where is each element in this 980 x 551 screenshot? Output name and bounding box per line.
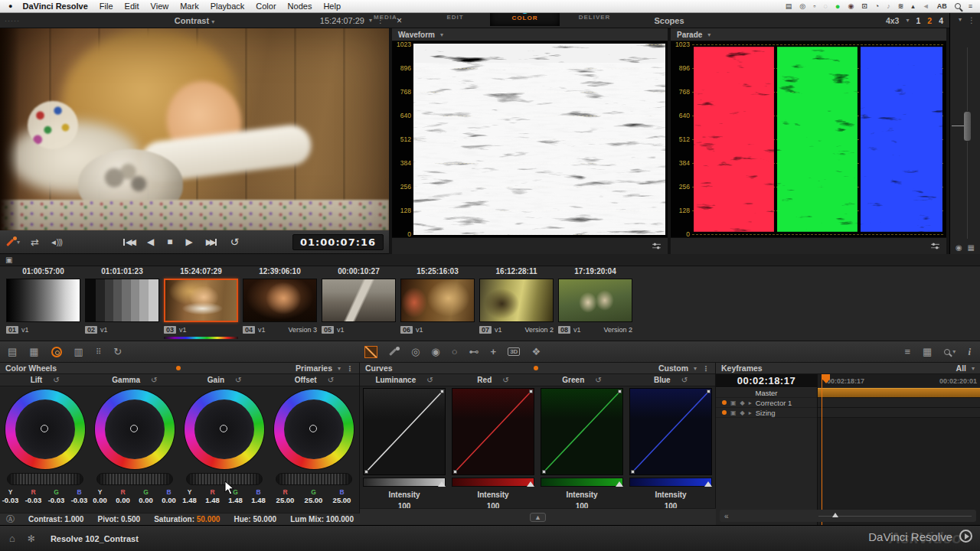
volume-status-icon[interactable]: ◄ xyxy=(923,2,929,10)
sizing-track-bar[interactable] xyxy=(818,408,980,418)
offset-wheel-indicator[interactable] xyxy=(309,425,317,432)
waveform-settings-icon[interactable] xyxy=(652,242,662,250)
grid-view-icon[interactable]: ▦ xyxy=(923,346,932,357)
window-circle-icon[interactable]: ◉ xyxy=(431,346,439,357)
timeline-clip-1[interactable]: 01:00:57:00 01v1 xyxy=(6,267,80,341)
stop-button[interactable]: ■ xyxy=(167,236,172,247)
keyboard-status-icon[interactable]: ▫ xyxy=(813,2,815,10)
stereo-3d-icon[interactable]: ↻ xyxy=(113,346,122,357)
strip-options-icon[interactable]: ⋮ xyxy=(968,16,975,24)
expand-icon[interactable]: ▸ xyxy=(749,409,752,416)
eject-status-icon[interactable]: ▴ xyxy=(911,2,915,10)
clip-thumbnail[interactable] xyxy=(6,279,80,322)
curves-mode-select[interactable]: Custom xyxy=(658,364,688,373)
menu-mark[interactable]: Mark xyxy=(180,2,198,11)
apple-icon[interactable]: ● xyxy=(8,2,12,10)
lock-icon[interactable]: ▣ xyxy=(730,399,737,406)
track-enable-dot[interactable] xyxy=(722,410,727,415)
clip-thumbnail[interactable] xyxy=(322,279,396,322)
corrector-track-bar[interactable] xyxy=(818,398,980,408)
hue-control[interactable]: Hue: 50.000 xyxy=(234,515,276,523)
color-match-icon[interactable]: ▦ xyxy=(29,346,38,357)
eyedropper-dropdown-icon[interactable]: ▾ xyxy=(17,239,20,246)
menu-nodes[interactable]: Nodes xyxy=(288,2,312,11)
displays-status-icon[interactable]: ⊡ xyxy=(861,2,867,10)
settings-gear-icon[interactable]: ✻ xyxy=(28,533,35,544)
keyer-icon[interactable]: ⊷ xyxy=(469,346,479,357)
curves-icon-active[interactable] xyxy=(364,346,377,358)
3d-icon[interactable]: 3D xyxy=(508,347,520,356)
expand-icon[interactable]: ▸ xyxy=(749,399,752,406)
menu-view[interactable]: View xyxy=(151,2,169,11)
parade-type-select[interactable]: Parade xyxy=(677,31,702,39)
rgb-mixer-icon[interactable]: ▥ xyxy=(74,346,83,357)
green-curve-graph[interactable] xyxy=(541,388,623,475)
clip-thumbnail[interactable] xyxy=(479,279,554,322)
keyframes-filter-dropdown-icon[interactable]: ▾ xyxy=(972,365,975,372)
track-master[interactable]: Master xyxy=(716,388,817,398)
step-back-button[interactable]: ◀ xyxy=(147,236,154,247)
gamma-master-wheel[interactable] xyxy=(96,473,173,485)
timeline-clip-2[interactable]: 01:01:01:23 02v1 xyxy=(85,267,159,341)
timeline-clip-3-selected[interactable]: 15:24:07:29 03v1 xyxy=(164,267,238,341)
luminance-reset-icon[interactable]: ↺ xyxy=(426,376,433,384)
red-curve-graph[interactable] xyxy=(452,388,534,475)
swirl-status-icon[interactable]: ◌ xyxy=(823,2,827,10)
curves-tool-icon[interactable]: ▲ xyxy=(530,513,546,522)
camera-raw-icon[interactable]: ▤ xyxy=(8,346,17,357)
menu-help[interactable]: Help xyxy=(323,2,341,11)
timeline-clip-8[interactable]: 17:19:20:04 08v1Version 2 xyxy=(558,267,632,341)
tracker-icon[interactable]: + xyxy=(491,346,497,357)
keyframes-filter-select[interactable]: All xyxy=(956,364,966,373)
wheels-mode-dropdown-icon[interactable]: ▾ xyxy=(338,365,341,372)
keyframes-playhead[interactable] xyxy=(822,374,822,525)
gamma-reset-icon[interactable]: ↺ xyxy=(151,376,157,384)
eye-status-icon[interactable]: ◉ xyxy=(848,2,854,10)
red-range-slider[interactable] xyxy=(452,478,534,487)
track-sizing[interactable]: ▣ ◆ ▸ Sizing xyxy=(716,408,817,418)
waveform-dropdown-icon[interactable]: ▾ xyxy=(440,31,443,38)
blue-reset-icon[interactable]: ↺ xyxy=(681,376,688,384)
contrast-control[interactable]: Contrast: 1.000 xyxy=(28,515,83,523)
clip-thumbnail[interactable] xyxy=(400,279,475,322)
clip-thumbnail[interactable] xyxy=(558,279,632,322)
green-reset-icon[interactable]: ↺ xyxy=(595,376,601,384)
auto-icon[interactable]: Ⓐ xyxy=(6,514,15,525)
bypass-grades-icon[interactable]: ⇄ xyxy=(31,236,39,248)
offset-master-wheel[interactable] xyxy=(276,473,352,485)
green-range-slider[interactable] xyxy=(541,478,623,487)
keyframes-zoom-slider[interactable] xyxy=(818,516,972,517)
strip-grid-icon[interactable]: ▦ xyxy=(968,243,975,252)
motion-effects-icon[interactable]: ⠿ xyxy=(96,347,101,356)
lift-master-wheel[interactable] xyxy=(7,473,83,485)
strip-qualifier-icon[interactable]: ◉ xyxy=(956,243,962,252)
offset-reset-icon[interactable]: ↺ xyxy=(328,376,334,384)
grab-still-eyedropper-icon[interactable] xyxy=(6,236,17,247)
vertical-slider-handle[interactable] xyxy=(963,111,972,142)
pivot-control[interactable]: Pivot: 0.500 xyxy=(97,515,140,523)
gallery-toggle-icon[interactable]: ▣ xyxy=(5,256,12,264)
skip-to-start-button[interactable]: ◀◀ xyxy=(122,237,134,247)
menu-color[interactable]: Color xyxy=(256,2,276,11)
keyframe-diamond-icon[interactable]: ◆ xyxy=(740,409,745,416)
collapse-icon[interactable]: « xyxy=(724,512,729,520)
lift-wheel-indicator[interactable] xyxy=(41,425,48,432)
notification-list-icon[interactable]: ≡ xyxy=(969,2,972,10)
gain-wheel-indicator[interactable] xyxy=(220,425,227,432)
master-track-bar[interactable] xyxy=(818,388,980,398)
window-oval-icon[interactable]: ○ xyxy=(452,346,458,357)
timeline-clip-4[interactable]: 12:39:06:10 04v1Version 3 xyxy=(243,267,317,341)
clip-thumbnail[interactable] xyxy=(164,279,238,322)
loop-button[interactable]: ↺ xyxy=(230,236,240,248)
viewer-image[interactable] xyxy=(0,28,389,230)
spotlight-search-icon[interactable] xyxy=(955,3,961,9)
saturation-control[interactable]: Saturation: 50.000 xyxy=(154,515,220,523)
track-corrector-1[interactable]: ▣ ◆ ▸ Corrector 1 xyxy=(716,398,817,408)
clip-thumbnail[interactable] xyxy=(85,279,159,322)
luminance-range-slider[interactable] xyxy=(363,478,446,487)
waveform-type-select[interactable]: Waveform xyxy=(398,31,435,39)
clock-status-icon[interactable]: ◔ xyxy=(875,2,879,10)
menu-file[interactable]: File xyxy=(100,2,113,11)
timeline-clip-6[interactable]: 15:25:16:03 06v1 xyxy=(400,267,475,341)
wifi-status-icon[interactable]: ≋ xyxy=(898,2,904,10)
